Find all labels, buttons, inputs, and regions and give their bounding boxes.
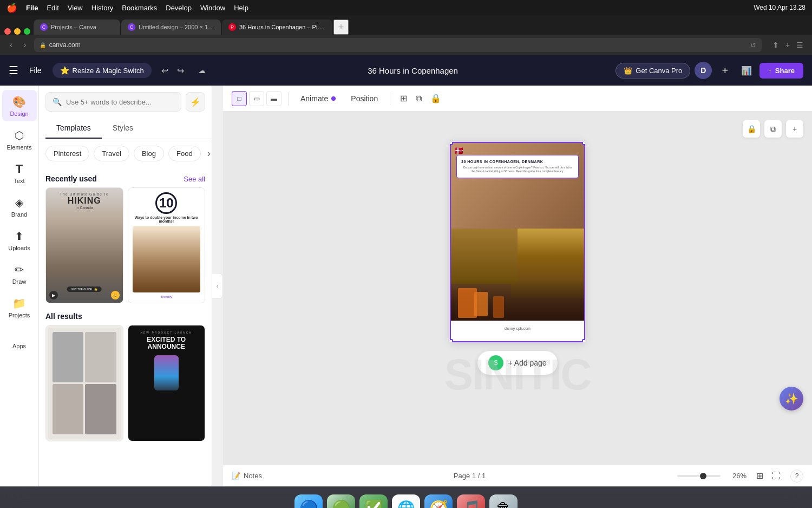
get-canva-pro-button[interactable]: 👑 Get Canva Pro	[615, 63, 690, 79]
tab-pinterest[interactable]: P 36 Hours in Copenhagen – Pinterest Pin	[222, 19, 332, 35]
canva-file-button[interactable]: File	[25, 64, 46, 77]
save-cloud-button[interactable]: ☁	[194, 64, 210, 77]
position-button[interactable]: Position	[345, 92, 383, 105]
template-card-announce[interactable]: NEW PRODUCT LAUNCH EXCITED TO ANNOUNCE	[128, 325, 206, 441]
template-announce-title: EXCITED TO ANNOUNCE	[134, 336, 200, 350]
shape-btn-rect1[interactable]: ▭	[249, 91, 264, 106]
handle-br[interactable]	[582, 339, 585, 342]
status-right: 26% ⊞ ⛶ ?	[677, 470, 803, 483]
stats-button[interactable]: 📊	[738, 62, 755, 79]
address-bar[interactable]: 🔒 canva.com ↺	[34, 38, 762, 52]
menu-history[interactable]: Bookmarks	[122, 4, 157, 12]
pin-text-box[interactable]: 36 HOURS IN COPENHAGEN, DENMARK Do you o…	[456, 155, 579, 178]
templates-grid: The Ultimate Guide To HIKING In Canada G…	[45, 187, 205, 303]
panel-collapse-button[interactable]: ‹	[212, 273, 223, 299]
menu-file[interactable]: Edit	[47, 4, 58, 12]
pin-flag: 🇩🇰	[454, 146, 463, 155]
design-label: Design	[10, 110, 28, 117]
tab-templates[interactable]: Templates	[45, 118, 102, 139]
canvas-area[interactable]: 🔒 ⧉ +	[223, 112, 812, 465]
canvas-top-actions: 🔒 ⧉ +	[743, 120, 803, 138]
see-all-button[interactable]: See all	[184, 175, 205, 183]
forward-button[interactable]: ›	[20, 39, 29, 51]
fullscreen-button[interactable]	[24, 28, 30, 35]
sidebar-item-projects[interactable]: 📁 Projects	[2, 291, 37, 323]
canvas-toolbar: □ ▭ ▬ Animate Position ⊞ ⧉ 🔒	[223, 86, 812, 112]
tab-projects-label: Projects – Canva	[51, 24, 96, 30]
minimize-button[interactable]	[14, 28, 21, 35]
star-template-icon: ⭐	[94, 288, 97, 291]
menu-bookmarks[interactable]: Develop	[166, 4, 192, 12]
back-button[interactable]: ‹	[6, 39, 16, 51]
zoom-slider[interactable]	[677, 475, 721, 477]
tab-projects[interactable]: C Projects – Canva	[34, 19, 120, 35]
menu-edit[interactable]: View	[68, 4, 83, 12]
sidebar-item-apps[interactable]: Apps	[2, 325, 37, 355]
pill-food[interactable]: Food	[168, 146, 201, 161]
share-button[interactable]: ↑ Share	[759, 63, 803, 79]
shape-btn-rect2[interactable]: ▬	[266, 91, 281, 106]
notes-icon: 📝	[232, 472, 240, 480]
menu-develop[interactable]: Window	[200, 4, 225, 12]
menu-view[interactable]: History	[91, 4, 113, 12]
canvas-lock-button[interactable]: 🔒	[743, 120, 760, 138]
canva-menu-button[interactable]: ☰	[9, 64, 18, 77]
untitled-tab-icon: C	[128, 23, 135, 31]
animate-button[interactable]: Animate	[295, 92, 341, 105]
template-card-hiking[interactable]: The Ultimate Guide To HIKING In Canada G…	[45, 187, 123, 303]
pinterest-pin[interactable]: 🇩🇰 36 HOURS IN COPENHAGEN, DENMARK Do yo…	[450, 142, 585, 342]
close-button[interactable]	[4, 28, 11, 35]
share-browser-button[interactable]: ⬆	[770, 40, 781, 50]
all-results-grid: NEW PRODUCT LAUNCH EXCITED TO ANNOUNCE	[45, 325, 205, 441]
sidebar-item-design[interactable]: 🎨 Design	[2, 90, 37, 121]
search-input-wrap[interactable]: 🔍	[45, 92, 181, 112]
redo-button[interactable]: ↪	[174, 63, 187, 78]
get-guide-label: GET THE GUIDE	[71, 288, 92, 291]
sidebar-item-draw[interactable]: ✏ Draw	[2, 258, 37, 289]
magic-button[interactable]: ✨	[780, 387, 803, 411]
add-bookmark-button[interactable]: +	[783, 40, 792, 50]
add-page-button[interactable]: $ + Add page	[477, 351, 557, 375]
dock-music[interactable]: 🎵	[457, 494, 485, 509]
avatar-button[interactable]: D	[695, 62, 712, 79]
sidebar-item-brand[interactable]: ◈ Brand	[2, 191, 37, 222]
add-button[interactable]: +	[716, 62, 734, 79]
tab-styles[interactable]: Styles	[102, 118, 144, 139]
fullscreen-view-btn[interactable]: ⛶	[769, 470, 784, 482]
tab-untitled[interactable]: C Untitled design – 2000 × 1000px	[121, 19, 221, 35]
grid-view-button[interactable]: ⊞	[397, 91, 410, 106]
filter-button[interactable]: ⚡	[186, 92, 205, 112]
dock-finder[interactable]: 🔵	[294, 494, 323, 509]
handle-bl[interactable]	[450, 339, 453, 342]
pill-pinterest[interactable]: Pinterest	[45, 146, 89, 161]
new-tab-button[interactable]: +	[333, 19, 349, 35]
dock-tasks[interactable]: ✅	[359, 494, 388, 509]
dock-launchpad[interactable]: 🟢	[327, 494, 355, 509]
template-card-income[interactable]: 10 Ways to double your income in two mon…	[128, 187, 206, 303]
sidebar-item-text[interactable]: T Text	[2, 157, 37, 188]
shape-btn-square[interactable]: □	[232, 91, 247, 106]
pill-travel[interactable]: Travel	[94, 146, 129, 161]
resize-magic-switch-button[interactable]: ⭐ Resize & Magic Switch	[53, 63, 152, 78]
help-button[interactable]: ?	[790, 470, 803, 483]
dock-chrome[interactable]: 🌐	[392, 494, 420, 509]
search-input[interactable]	[66, 98, 174, 106]
canvas-add-button[interactable]: +	[786, 120, 803, 138]
sidebar-browser-button[interactable]: ☰	[794, 40, 806, 50]
canvas-copy-button[interactable]: ⧉	[764, 120, 782, 138]
more-categories-button[interactable]: ›	[205, 147, 212, 160]
undo-button[interactable]: ↩	[158, 63, 172, 78]
dock-trash[interactable]: 🗑	[489, 494, 518, 509]
pill-blog[interactable]: Blog	[134, 146, 164, 161]
menubar-time: Wed 10 Apr 13.28	[754, 4, 806, 11]
notes-button[interactable]: 📝 Notes	[232, 472, 262, 480]
dock-safari[interactable]: 🧭	[424, 494, 453, 509]
sidebar-item-uploads[interactable]: ⬆ Uploads	[2, 224, 37, 256]
draw-label: Draw	[12, 278, 27, 285]
grid-view-btn[interactable]: ⊞	[753, 470, 767, 482]
lock-button[interactable]: 🔒	[427, 91, 444, 106]
menu-window[interactable]: Help	[234, 4, 248, 12]
copy-button[interactable]: ⧉	[412, 91, 425, 106]
sidebar-item-elements[interactable]: ⬡ Elements	[2, 123, 37, 155]
template-card-mockup[interactable]	[45, 325, 123, 441]
